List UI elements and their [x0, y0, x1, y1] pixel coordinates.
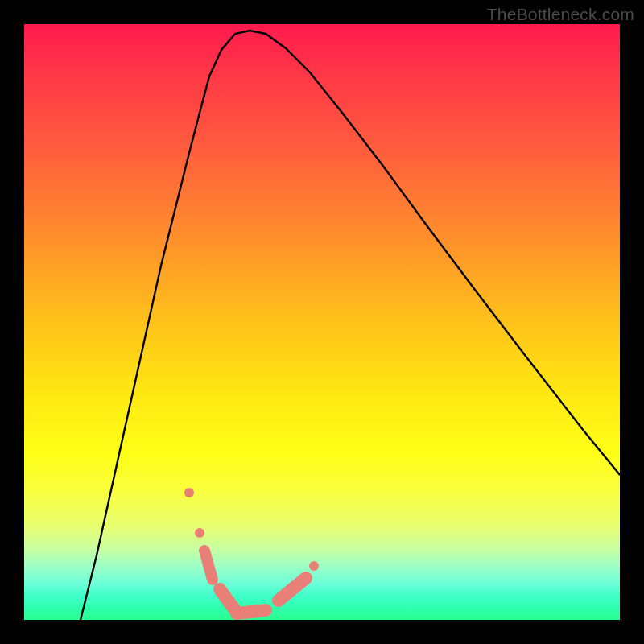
bottleneck-curve — [24, 24, 620, 620]
svg-point-1 — [195, 528, 204, 538]
chart-area — [24, 24, 620, 620]
svg-line-2 — [204, 551, 213, 580]
svg-point-7 — [309, 561, 319, 571]
watermark-text: TheBottleneck.com — [487, 5, 634, 24]
svg-line-4 — [237, 610, 266, 613]
svg-point-0 — [184, 488, 194, 497]
svg-line-3 — [220, 589, 235, 610]
svg-line-5 — [279, 578, 306, 601]
svg-line-6 — [280, 589, 293, 599]
